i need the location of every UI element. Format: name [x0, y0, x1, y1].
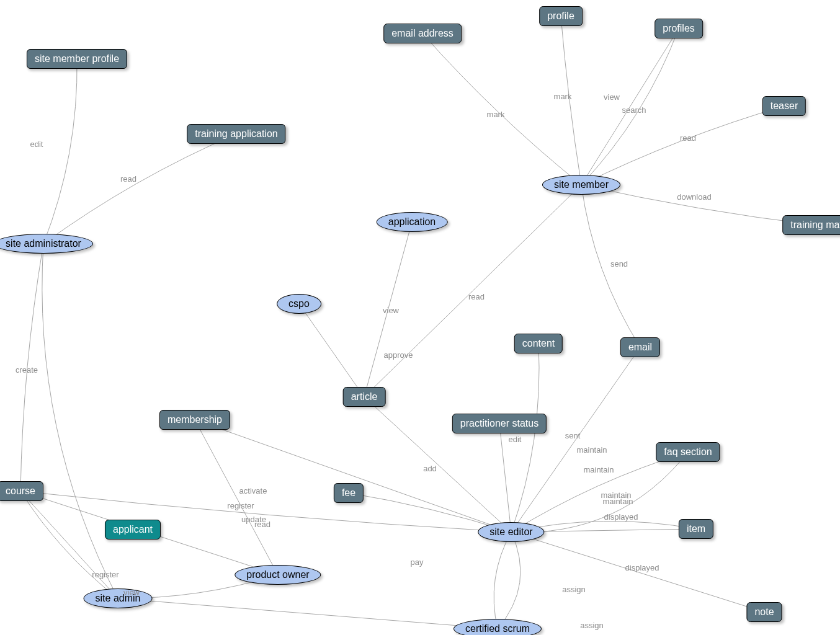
node-label: product owner [246, 569, 309, 580]
node-label: membership [168, 414, 222, 425]
edge-site_editor-note[interactable] [511, 532, 764, 612]
node-profile[interactable]: profile [539, 6, 583, 26]
node-label: article [351, 391, 378, 402]
edge-site_member-email_address[interactable] [422, 33, 581, 185]
node-cert_scrum[interactable]: certified scrum [454, 619, 542, 635]
edge-site_administrator-training_application[interactable] [43, 134, 236, 244]
edge-site_member-profiles[interactable] [581, 29, 679, 185]
edge-site_member-email[interactable] [581, 185, 640, 347]
node-applicant[interactable]: applicant [105, 520, 161, 540]
node-application[interactable]: application [377, 212, 448, 232]
node-label: applicant [113, 524, 153, 535]
edge-cspo-article[interactable] [299, 304, 364, 397]
edge-site_editor-course[interactable] [20, 491, 511, 532]
edge-site_editor-membership[interactable] [195, 420, 511, 532]
node-label: fee [342, 487, 355, 499]
node-site_member_profile[interactable]: site member profile [27, 49, 127, 69]
node-label: email address [391, 28, 454, 39]
edge-site_editor-cert_scrum[interactable] [494, 532, 511, 629]
node-label: note [754, 606, 774, 618]
edge-site_editor-cert_scrum[interactable] [498, 532, 521, 629]
graph-canvas[interactable] [0, 0, 840, 635]
edge-site_member-profile[interactable] [561, 16, 581, 185]
node-product_owner[interactable]: product owner [235, 565, 321, 585]
node-membership[interactable]: membership [159, 410, 230, 430]
node-site_editor[interactable]: site editor [478, 522, 544, 542]
node-teaser[interactable]: teaser [762, 96, 806, 116]
node-cspo[interactable]: cspo [277, 294, 321, 314]
edge-site_member-training_mat[interactable] [581, 185, 816, 225]
node-label: site editor [489, 526, 532, 538]
edge-site_editor-email[interactable] [511, 347, 640, 532]
node-fee[interactable]: fee [334, 483, 364, 503]
node-label: site member profile [35, 53, 119, 64]
node-label: course [6, 486, 35, 497]
node-item[interactable]: item [679, 519, 713, 539]
node-label: item [687, 523, 705, 535]
node-note[interactable]: note [746, 602, 782, 622]
node-label: content [522, 338, 555, 349]
node-label: site member [554, 179, 609, 190]
node-label: cspo [288, 298, 310, 309]
node-label: site admin [96, 593, 141, 604]
node-label: training application [195, 128, 277, 140]
edge-site_administrator-site_admin[interactable] [42, 244, 118, 598]
node-training_mat[interactable]: training mat [782, 215, 840, 235]
node-article[interactable]: article [343, 387, 386, 407]
node-label: email [628, 342, 652, 353]
node-site_admin[interactable]: site admin [84, 588, 153, 608]
node-faq_section[interactable]: faq section [656, 442, 720, 462]
edge-site_editor-content[interactable] [511, 344, 539, 532]
node-label: application [388, 216, 436, 228]
edge-site_editor-faq_section[interactable] [511, 452, 688, 532]
node-email_address[interactable]: email address [383, 24, 462, 43]
node-email[interactable]: email [620, 337, 660, 357]
edge-application-article[interactable] [364, 222, 412, 397]
node-label: profiles [663, 23, 695, 34]
node-label: practitioner status [460, 418, 538, 429]
node-label: faq section [664, 446, 712, 458]
edge-site_admin-cert_scrum[interactable] [118, 598, 498, 629]
edge-site_editor-faq_section[interactable] [511, 452, 688, 532]
node-label: profile [547, 11, 574, 22]
edge-site_administrator-site_member_profile[interactable] [43, 59, 77, 244]
node-label: teaser [771, 100, 798, 112]
edge-site_member-teaser[interactable] [581, 106, 784, 185]
node-content[interactable]: content [514, 334, 563, 353]
node-label: training mat [790, 220, 840, 231]
node-practitioner_status[interactable]: practitioner status [452, 414, 547, 433]
node-profiles[interactable]: profiles [655, 19, 703, 38]
node-training_application[interactable]: training application [187, 124, 285, 144]
edge-site_administrator-course[interactable] [20, 244, 43, 491]
node-label: site administrator [6, 238, 81, 249]
node-course[interactable]: course [0, 481, 43, 501]
node-site_member[interactable]: site member [542, 175, 620, 195]
edge-site_editor-practitioner_status[interactable] [499, 424, 511, 532]
node-label: certified scrum [465, 623, 530, 634]
